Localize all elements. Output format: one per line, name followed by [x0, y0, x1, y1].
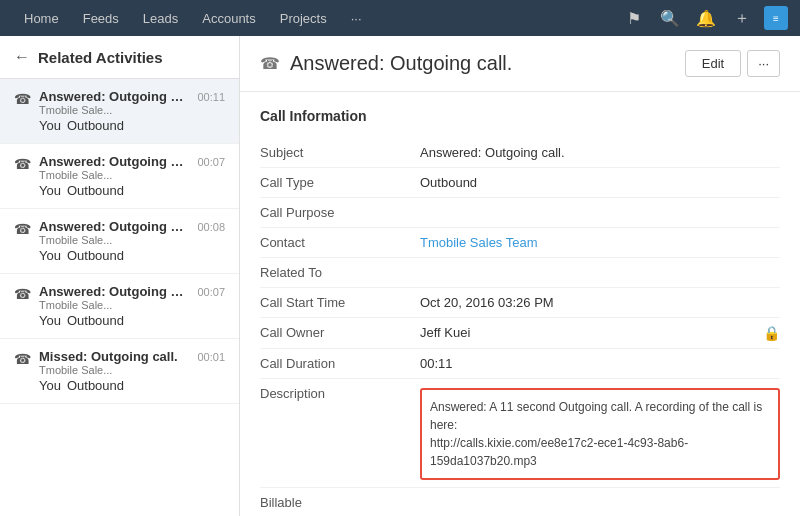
description-text: Answered: A 11 second Outgoing call. A r… [430, 398, 770, 470]
nav-icons: ⚑ 🔍 🔔 ＋ ≡ [620, 4, 788, 32]
phone-icon: ☎ [14, 286, 31, 302]
sidebar-item-org: Tmobile Sale... [39, 299, 189, 311]
detail-body: Call Information Subject Answered: Outgo… [240, 92, 800, 516]
sidebar-item-org: Tmobile Sale... [39, 104, 189, 116]
detail-panel: ☎ Answered: Outgoing call. Edit ··· Call… [240, 36, 800, 516]
detail-header: ☎ Answered: Outgoing call. Edit ··· [240, 36, 800, 92]
phone-icon: ☎ [260, 54, 280, 73]
phone-icon: ☎ [14, 156, 31, 172]
sidebar-item-content: Answered: Outgoing call. Tmobile Sale...… [39, 89, 189, 133]
top-nav: Home Feeds Leads Accounts Projects ··· ⚑… [0, 0, 800, 36]
sidebar-item[interactable]: ☎ Missed: Outgoing call. Tmobile Sale...… [0, 339, 239, 404]
sidebar-item-type: Outbound [67, 313, 124, 328]
sidebar-item-org: Tmobile Sale... [39, 364, 189, 376]
field-value: Oct 20, 2016 03:26 PM [420, 295, 780, 310]
sidebar-title: Related Activities [38, 49, 163, 66]
sidebar-item-user: You [39, 118, 61, 133]
sidebar-item-title: Answered: Outgoing call. [39, 219, 189, 234]
sidebar-item-user: You [39, 248, 61, 263]
sidebar-item-time: 00:11 [197, 91, 225, 103]
field-label: Call Duration [260, 356, 420, 371]
lock-icon: 🔒 [763, 325, 780, 341]
main-layout: ← Related Activities ☎ Answered: Outgoin… [0, 36, 800, 516]
field-label: Call Purpose [260, 205, 420, 220]
sidebar-item-title: Answered: Outgoing call. [39, 154, 189, 169]
description-row: Description Answered: A 11 second Outgoi… [260, 379, 780, 488]
sidebar-item-user: You [39, 313, 61, 328]
sidebar-item-user: You [39, 183, 61, 198]
sidebar-item-title: Answered: Outgoing call. [39, 89, 189, 104]
field-value: Jeff Kuei [420, 325, 755, 340]
sidebar-item-content: Answered: Outgoing call. Tmobile Sale...… [39, 284, 189, 328]
field-row: Call Start Time Oct 20, 2016 03:26 PM [260, 288, 780, 318]
sidebar-item-time: 00:07 [197, 286, 225, 298]
sidebar-item-meta: You Outbound [39, 248, 189, 263]
sidebar-item-org: Tmobile Sale... [39, 169, 189, 181]
nav-projects[interactable]: Projects [268, 0, 339, 36]
description-label: Description [260, 386, 420, 401]
field-value: 00:11 [420, 356, 780, 371]
phone-icon: ☎ [14, 351, 31, 367]
detail-actions: Edit ··· [685, 50, 780, 77]
sidebar-item-meta: You Outbound [39, 378, 189, 393]
sidebar-item-type: Outbound [67, 118, 124, 133]
back-button[interactable]: ← [14, 48, 30, 66]
detail-title-area: ☎ Answered: Outgoing call. [260, 52, 512, 75]
more-button[interactable]: ··· [747, 50, 780, 77]
field-label: Subject [260, 145, 420, 160]
megaphone-icon[interactable]: ⚑ [620, 4, 648, 32]
field-label: Related To [260, 265, 420, 280]
sidebar-item-type: Outbound [67, 378, 124, 393]
bell-icon[interactable]: 🔔 [692, 4, 720, 32]
field-label: Call Owner [260, 325, 420, 340]
phone-icon: ☎ [14, 91, 31, 107]
nav-accounts[interactable]: Accounts [190, 0, 267, 36]
sidebar-item[interactable]: ☎ Answered: Outgoing call. Tmobile Sale.… [0, 79, 239, 144]
section-title: Call Information [260, 108, 780, 124]
nav-leads[interactable]: Leads [131, 0, 190, 36]
description-content: Answered: A 11 second Outgoing call. A r… [420, 386, 780, 480]
sidebar-item-time: 00:01 [197, 351, 225, 363]
nav-feeds[interactable]: Feeds [71, 0, 131, 36]
phone-icon: ☎ [14, 221, 31, 237]
field-label: Call Type [260, 175, 420, 190]
sidebar-item-org: Tmobile Sale... [39, 234, 189, 246]
sidebar-item-meta: You Outbound [39, 313, 189, 328]
field-row: Subject Answered: Outgoing call. [260, 138, 780, 168]
sidebar-item-content: Missed: Outgoing call. Tmobile Sale... Y… [39, 349, 189, 393]
field-value: Outbound [420, 175, 780, 190]
user-avatar[interactable]: ≡ [764, 6, 788, 30]
sidebar-item-title: Answered: Outgoing call. [39, 284, 189, 299]
field-value[interactable]: Tmobile Sales Team [420, 235, 780, 250]
field-row: Contact Tmobile Sales Team [260, 228, 780, 258]
search-icon[interactable]: 🔍 [656, 4, 684, 32]
field-row: Call Owner Jeff Kuei 🔒 [260, 318, 780, 349]
field-label: Billable [260, 495, 420, 510]
nav-home[interactable]: Home [12, 0, 71, 36]
sidebar-item[interactable]: ☎ Answered: Outgoing call. Tmobile Sale.… [0, 144, 239, 209]
sidebar-item-title: Missed: Outgoing call. [39, 349, 189, 364]
sidebar-item-time: 00:07 [197, 156, 225, 168]
field-value: Answered: Outgoing call. [420, 145, 780, 160]
description-box: Answered: A 11 second Outgoing call. A r… [420, 388, 780, 480]
field-label: Call Start Time [260, 295, 420, 310]
detail-title: Answered: Outgoing call. [290, 52, 512, 75]
edit-button[interactable]: Edit [685, 50, 741, 77]
sidebar-item-type: Outbound [67, 183, 124, 198]
sidebar-item-content: Answered: Outgoing call. Tmobile Sale...… [39, 154, 189, 198]
field-label: Contact [260, 235, 420, 250]
sidebar-item[interactable]: ☎ Answered: Outgoing call. Tmobile Sale.… [0, 209, 239, 274]
field-row: Billable [260, 488, 780, 516]
sidebar: ← Related Activities ☎ Answered: Outgoin… [0, 36, 240, 516]
sidebar-item-content: Answered: Outgoing call. Tmobile Sale...… [39, 219, 189, 263]
field-row: Call Duration 00:11 [260, 349, 780, 379]
sidebar-item-user: You [39, 378, 61, 393]
plus-icon[interactable]: ＋ [728, 4, 756, 32]
sidebar-item-type: Outbound [67, 248, 124, 263]
sidebar-item-meta: You Outbound [39, 183, 189, 198]
sidebar-item-time: 00:08 [197, 221, 225, 233]
field-row: Related To [260, 258, 780, 288]
sidebar-item-meta: You Outbound [39, 118, 189, 133]
nav-more[interactable]: ··· [339, 0, 374, 36]
sidebar-item[interactable]: ☎ Answered: Outgoing call. Tmobile Sale.… [0, 274, 239, 339]
